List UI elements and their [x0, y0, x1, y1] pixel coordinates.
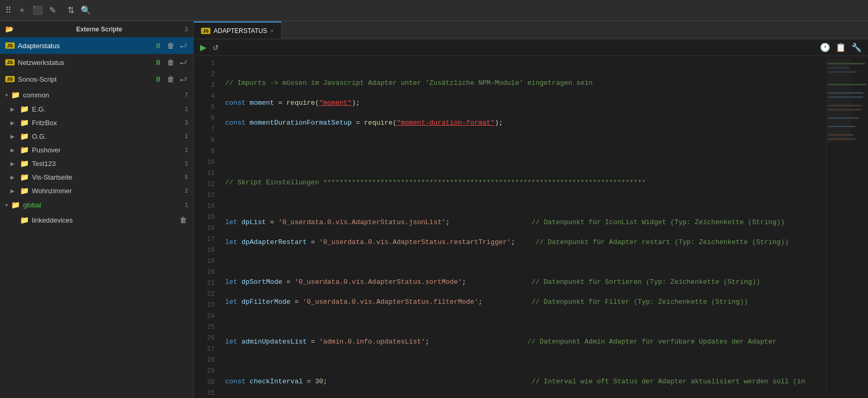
adapterstatus-label: Adapterstatus	[18, 42, 150, 50]
code-line-20	[225, 247, 821, 257]
pause-icon-sonos[interactable]: ⏸	[153, 74, 163, 84]
code-line-17: let dpList = '0_userdata.0.vis.AdapterSt…	[225, 217, 821, 227]
code-editor: 12345 678910 1112131415 1617181920 21222…	[194, 56, 868, 398]
editor-toolbar: ▶ ↺ 🕐 📋 🔧	[194, 39, 868, 56]
folder-eg[interactable]: ▶ 📁 E.G. 1	[0, 102, 193, 116]
code-line-8	[225, 128, 821, 138]
code-line-31	[225, 357, 821, 367]
code-line-6	[225, 108, 821, 118]
delete-icon-sonos[interactable]: 🗑	[166, 74, 175, 84]
export-icon-adapterstatus[interactable]: ⮐	[179, 40, 188, 51]
wohnzimmer-chevron: ▶	[10, 188, 17, 194]
externe-scripte-header: 📂 Externe Scripte 3	[0, 21, 193, 37]
code-line-30	[225, 347, 821, 357]
common-group-header[interactable]: ▾ 📁 common 7	[0, 87, 193, 102]
pause-icon-netzwerkstatus[interactable]: ⏸	[153, 57, 163, 68]
run-icon[interactable]: ▶	[200, 42, 206, 52]
folder-fritzbox[interactable]: ▶ 📁 FritzBox 3	[0, 116, 193, 129]
linkeddevices-label: linkeddevices	[32, 216, 175, 224]
sidebar-item-netzwerkstatus[interactable]: JS Netzwerkstatus ⏸ 🗑 ⮐	[0, 54, 193, 71]
wohnzimmer-badge: 2	[185, 187, 188, 194]
linkeddevices-folder-icon: 📁	[20, 216, 29, 224]
pause-icon-adapterstatus[interactable]: ⏸	[153, 40, 163, 51]
code-line-14	[225, 187, 821, 197]
pushover-label: Pushover	[32, 146, 182, 154]
clock-icon[interactable]: 🕐	[820, 42, 830, 52]
tab-label: ADAPTERSTATUS	[214, 27, 267, 35]
folder-og[interactable]: ▶ 📁 O.G. 1	[0, 129, 193, 143]
global-folder-icon: 📁	[11, 201, 20, 209]
eg-folder-icon: 📁	[20, 105, 29, 113]
list-icon[interactable]: 📋	[836, 42, 846, 52]
common-badge: 7	[185, 92, 188, 98]
sonos-label: Sonos-Script	[18, 75, 150, 83]
folder-icon[interactable]: ⬛	[32, 5, 43, 15]
delete-icon-adapterstatus[interactable]: 🗑	[166, 40, 175, 51]
code-line-3: // Imports -> müssen im Javascript Adapt…	[225, 78, 821, 88]
tab-close-btn[interactable]: ×	[270, 28, 273, 34]
code-line-1	[225, 58, 821, 68]
folder-vis-startseite[interactable]: ▶ 📁 Vis-Startseite 5	[0, 170, 193, 184]
editor-toolbar-right: 🕐 📋 🔧	[820, 42, 862, 52]
netzwerkstatus-actions: ⏸ 🗑 ⮐	[153, 57, 188, 68]
tab-js-icon: JS	[201, 28, 210, 34]
test123-folder-icon: 📁	[20, 159, 29, 168]
add-icon[interactable]: ＋	[18, 5, 26, 16]
folder-test123[interactable]: ▶ 📁 Test123 1	[0, 157, 193, 170]
minimap-content	[827, 56, 868, 145]
og-folder-icon: 📁	[20, 132, 29, 140]
sidebar-item-adapterstatus[interactable]: JS Adapterstatus ⏸ 🗑 ⮐	[0, 37, 193, 54]
code-line-4	[225, 88, 821, 98]
wohnzimmer-label: Wohnzimmer	[32, 187, 182, 195]
og-badge: 1	[185, 133, 188, 139]
delete-icon-netzwerkstatus[interactable]: 🗑	[166, 57, 175, 68]
tab-bar: JS ADAPTERSTATUS ×	[194, 21, 868, 39]
sidebar: 📂 Externe Scripte 3 JS Adapterstatus ⏸ 🗑…	[0, 21, 194, 398]
export-icon-sonos[interactable]: ⮐	[179, 74, 188, 84]
common-folder-icon: 📁	[11, 91, 20, 99]
global-label: global	[23, 201, 182, 209]
export-icon-netzwerkstatus[interactable]: ⮐	[179, 57, 188, 68]
edit-icon[interactable]: ✎	[49, 5, 56, 15]
code-content[interactable]: // Imports -> müssen im Javascript Adapt…	[220, 56, 826, 398]
top-toolbar: ⠿ ＋ ⬛ ✎ ⇅ 🔍	[0, 0, 868, 21]
vis-startseite-label: Vis-Startseite	[32, 173, 182, 181]
code-line-19: let dpAdapterRestart = '0_userdata.0.vis…	[225, 237, 821, 247]
editor-area: JS ADAPTERSTATUS × ▶ ↺ 🕐 📋 🔧 12345 67891…	[194, 21, 868, 398]
drag-handle-icon: ⠿	[5, 5, 12, 15]
fritzbox-folder-icon: 📁	[20, 118, 29, 127]
eg-label: E.G.	[32, 105, 182, 113]
vis-startseite-badge: 5	[185, 174, 188, 180]
eg-chevron: ▶	[10, 106, 17, 112]
folder-pushover[interactable]: ▶ 📁 Pushover 1	[0, 143, 193, 157]
code-line-23: let dpSortMode = '0_userdata.0.vis.Adapt…	[225, 277, 821, 287]
og-label: O.G.	[32, 132, 182, 140]
sort-icon[interactable]: ⇅	[68, 5, 74, 15]
sidebar-item-sonos[interactable]: JS Sonos-Script ⏸ 🗑 ⮐	[0, 71, 193, 87]
code-line-32	[225, 367, 821, 377]
settings-icon[interactable]: 🔧	[851, 42, 862, 52]
code-line-26	[225, 307, 821, 317]
delete-icon-linkeddevices[interactable]: 🗑	[179, 215, 188, 225]
global-group-header[interactable]: ▾ 📁 global 1	[0, 197, 193, 212]
code-line-21	[225, 257, 821, 267]
code-line-33: const checkInterval = 30; // Interval wi…	[225, 377, 821, 386]
pushover-chevron: ▶	[10, 147, 17, 153]
tab-adapterstatus[interactable]: JS ADAPTERSTATUS ×	[194, 21, 282, 39]
search-icon[interactable]: 🔍	[81, 5, 91, 15]
refresh-icon[interactable]: ↺	[213, 43, 219, 52]
code-line-11	[225, 158, 821, 168]
fritzbox-label: FritzBox	[32, 119, 182, 127]
og-chevron: ▶	[10, 134, 17, 139]
folder-linkeddevices[interactable]: 📁 linkeddevices 🗑	[0, 212, 193, 228]
code-line-24	[225, 287, 821, 297]
code-line-7: const momentDurationFormatSetup = requir…	[225, 118, 821, 128]
code-line-9	[225, 138, 821, 148]
code-line-25: let dpFilterMode = '0_userdata.0.vis.Ada…	[225, 297, 821, 307]
main-layout: 📂 Externe Scripte 3 JS Adapterstatus ⏸ 🗑…	[0, 21, 868, 398]
pushover-badge: 1	[185, 147, 188, 153]
line-numbers: 12345 678910 1112131415 1617181920 21222…	[194, 56, 220, 398]
folder-wohnzimmer[interactable]: ▶ 📁 Wohnzimmer 2	[0, 184, 193, 197]
wohnzimmer-folder-icon: 📁	[20, 186, 29, 195]
code-line-16	[225, 207, 821, 217]
